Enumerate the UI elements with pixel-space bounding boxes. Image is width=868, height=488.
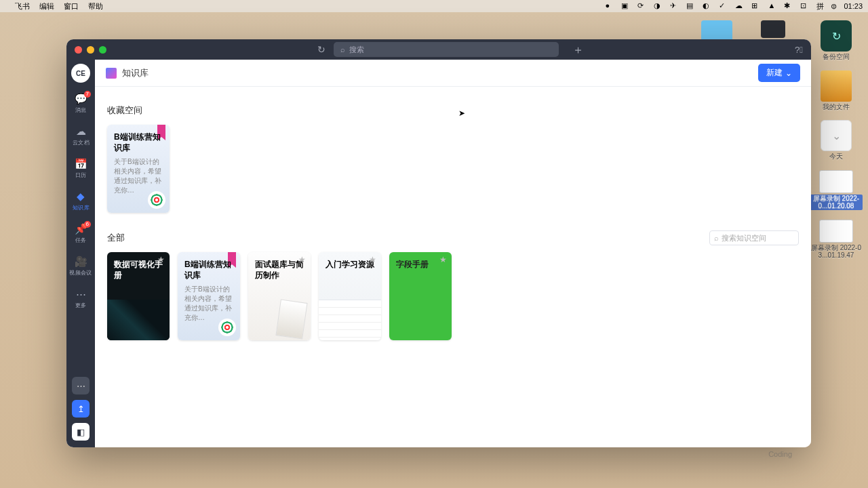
target-art-icon <box>218 319 236 336</box>
all-row: ★ 数据可视化手册 B端训练营知识库 关于B端设计的相关内容，希望通过知识库，补… <box>107 252 799 340</box>
desktop-icons: ↻ 备份空间 我的文件 ⌄ 今天 屏幕录制 2022-0...01.20.08 … <box>812 20 860 260</box>
sidebar-item-tasks[interactable]: 6 📌 任务 <box>66 220 95 248</box>
sidebar-item-messages[interactable]: 7 💬 消息 <box>66 89 95 118</box>
video-icon: 🎥 <box>75 256 87 268</box>
more-icon: ⋯ <box>76 288 86 300</box>
app-sidebar: CE 7 💬 消息 ☁ 云文档 📅 日历 ◆ 知识库 6 📌 任务 <box>66 60 95 447</box>
avatar[interactable]: CE <box>71 64 90 83</box>
status-icon[interactable]: ⊡ <box>800 1 810 11</box>
desktop-item-recording2[interactable]: 屏幕录制 2022-03...01.19.47 <box>810 220 863 260</box>
search-icon: ⌕ <box>340 45 345 54</box>
desktop-item-backup[interactable]: ↻ 备份空间 <box>810 20 863 61</box>
status-icon[interactable]: ▲ <box>768 1 777 11</box>
help-icon[interactable]: ?⃝ <box>795 45 803 55</box>
star-icon[interactable]: ★ <box>439 255 448 266</box>
star-icon[interactable]: ★ <box>369 255 377 266</box>
space-search-input[interactable]: ⌕ 搜索知识空间 <box>709 230 799 245</box>
menu-help[interactable]: 帮助 <box>88 1 103 12</box>
sidebar-item-more[interactable]: ⋯ 更多 <box>66 285 95 313</box>
menu-window[interactable]: 窗口 <box>64 1 79 12</box>
feishu-window: ↻ ⌕ 搜索 ＋ ?⃝ CE 7 💬 消息 ☁ 云文档 📅 日历 <box>66 39 811 447</box>
window-titlebar[interactable]: ↻ ⌕ 搜索 ＋ ?⃝ <box>66 39 811 60</box>
status-icon[interactable]: ⟳ <box>637 1 647 11</box>
status-icon[interactable]: ● <box>605 1 614 11</box>
desktop-terminal[interactable] <box>761 20 785 38</box>
sidebar-apps-button[interactable]: ⋯ <box>72 377 90 394</box>
sidebar-item-meetings[interactable]: 🎥 视频会议 <box>66 252 95 281</box>
window-controls <box>75 46 106 54</box>
content-area: 收藏空间 B端训练营知识库 关于B端设计的相关内容，希望通过知识库，补充你… 全… <box>95 87 811 447</box>
macos-menubar: 飞书 编辑 窗口 帮助 ● ▣ ⟳ ◑ ✈ ▤ ◐ ✓ ☁ ⊞ ▲ ✱ ⊡ 拼 … <box>0 0 868 12</box>
cursor-icon: ➤ <box>458 108 465 118</box>
minimize-button[interactable] <box>87 46 94 54</box>
status-icon[interactable]: ⊞ <box>751 1 761 11</box>
search-placeholder: 搜索 <box>349 45 364 55</box>
menubar-status: ● ▣ ⟳ ◑ ✈ ▤ ◐ ✓ ☁ ⊞ ▲ ✱ ⊡ 拼 ⊜ 01:23 <box>605 1 863 12</box>
chevron-down-icon: ⌄ <box>785 68 792 78</box>
status-icon[interactable]: ☁ <box>735 1 745 11</box>
search-icon: ⌕ <box>714 234 719 242</box>
main-panel: 知识库 新建 ⌄ 收藏空间 B端训练营知识库 关于B端设计的相关内容，希望通过知… <box>95 60 811 447</box>
new-button[interactable]: 新建 ⌄ <box>758 64 800 82</box>
desktop-item-mydocs[interactable]: 我的文件 <box>810 70 863 111</box>
badge: 6 <box>84 221 91 228</box>
star-icon[interactable]: ★ <box>298 255 307 266</box>
main-header: 知识库 新建 ⌄ <box>95 60 811 87</box>
desktop-item-recording1[interactable]: 屏幕录制 2022-0...01.20.08 <box>810 170 863 210</box>
watermark: Coding <box>768 450 792 458</box>
wiki-card[interactable]: ★ 字段手册 <box>389 252 452 340</box>
ime-indicator[interactable]: 拼 <box>816 1 824 12</box>
app-name[interactable]: 飞书 <box>15 1 30 12</box>
wiki-card[interactable]: ★ 入门学习资源 <box>319 252 381 340</box>
sidebar-workspace-button[interactable]: ◧ <box>72 423 90 441</box>
wiki-logo-icon <box>106 68 117 79</box>
close-button[interactable] <box>75 46 82 54</box>
status-icon[interactable]: ◑ <box>654 1 663 11</box>
wiki-card[interactable]: B端训练营知识库 关于B端设计的相关内容，希望通过知识库，补充你… <box>178 252 240 340</box>
badge: 7 <box>84 91 91 98</box>
history-icon[interactable]: ↻ <box>317 44 326 55</box>
menu-edit[interactable]: 编辑 <box>39 1 54 12</box>
status-icon[interactable]: ✓ <box>719 1 728 11</box>
new-tab-button[interactable]: ＋ <box>572 42 584 58</box>
status-icon[interactable]: ◐ <box>703 1 712 11</box>
sidebar-item-wiki[interactable]: ◆ 知识库 <box>66 187 95 216</box>
favorites-row: B端训练营知识库 关于B端设计的相关内容，希望通过知识库，补充你… <box>107 125 799 213</box>
cloud-icon: ☁ <box>76 125 86 138</box>
status-icon[interactable]: ✱ <box>784 1 793 11</box>
wiki-icon: ◆ <box>77 190 85 203</box>
section-favorites-title: 收藏空间 <box>107 104 799 117</box>
section-all-title: 全部 <box>107 232 125 244</box>
status-icon[interactable]: ▣ <box>621 1 631 11</box>
control-center-icon[interactable]: ⊜ <box>831 2 837 11</box>
desktop-item-today[interactable]: ⌄ 今天 <box>810 120 863 161</box>
status-icon[interactable]: ▤ <box>686 1 696 11</box>
page-title: 知识库 <box>122 67 149 79</box>
status-icon[interactable]: ✈ <box>670 1 679 11</box>
wiki-card[interactable]: B端训练营知识库 关于B端设计的相关内容，希望通过知识库，补充你… <box>107 125 170 213</box>
sidebar-item-docs[interactable]: ☁ 云文档 <box>66 122 95 150</box>
global-search[interactable]: ⌕ 搜索 <box>334 42 559 57</box>
sidebar-item-calendar[interactable]: 📅 日历 <box>66 155 95 183</box>
menubar-clock[interactable]: 01:23 <box>844 2 863 10</box>
calendar-icon: 📅 <box>75 158 87 170</box>
target-art-icon <box>148 191 165 209</box>
star-icon[interactable]: ★ <box>157 255 165 266</box>
wiki-card[interactable]: ★ 数据可视化手册 <box>107 252 170 340</box>
zoom-button[interactable] <box>99 46 106 54</box>
sidebar-upload-button[interactable]: ↥ <box>72 400 90 418</box>
wiki-card[interactable]: ★ 面试题库与简历制作 <box>248 252 311 340</box>
